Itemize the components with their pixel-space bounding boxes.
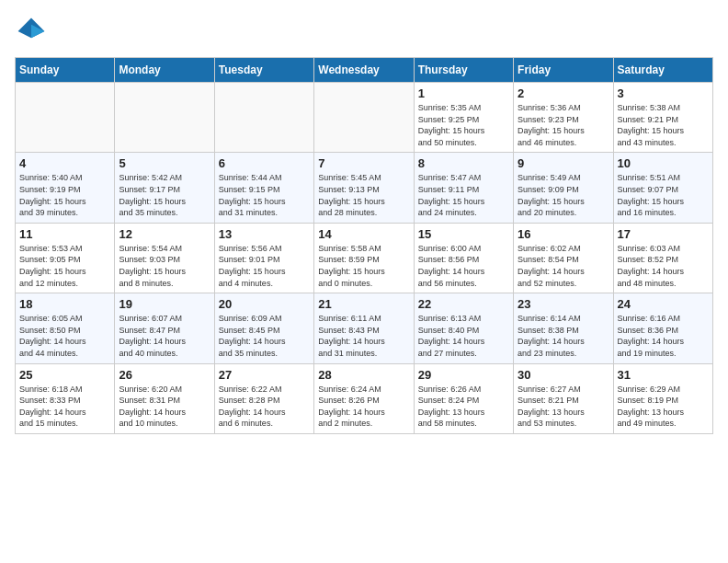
calendar-week-row: 11Sunrise: 5:53 AM Sunset: 9:05 PM Dayli… [16,223,713,293]
day-detail: Sunrise: 6:00 AM Sunset: 8:56 PM Dayligh… [418,243,509,289]
calendar-cell: 4Sunrise: 5:40 AM Sunset: 9:19 PM Daylig… [16,153,115,223]
day-number: 12 [119,227,210,241]
column-header-thursday: Thursday [414,58,513,83]
day-detail: Sunrise: 6:24 AM Sunset: 8:26 PM Dayligh… [318,384,409,430]
day-number: 11 [19,227,110,241]
calendar-cell: 10Sunrise: 5:51 AM Sunset: 9:07 PM Dayli… [613,153,712,223]
calendar-cell: 15Sunrise: 6:00 AM Sunset: 8:56 PM Dayli… [414,223,513,293]
day-detail: Sunrise: 5:38 AM Sunset: 9:21 PM Dayligh… [618,102,709,148]
day-detail: Sunrise: 6:22 AM Sunset: 8:28 PM Dayligh… [219,384,310,430]
day-detail: Sunrise: 6:05 AM Sunset: 8:50 PM Dayligh… [19,313,110,359]
day-number: 1 [418,86,509,100]
day-detail: Sunrise: 5:47 AM Sunset: 9:11 PM Dayligh… [418,172,509,218]
day-number: 8 [418,156,509,170]
day-number: 24 [618,297,709,311]
calendar-cell: 5Sunrise: 5:42 AM Sunset: 9:17 PM Daylig… [115,153,214,223]
day-number: 29 [418,368,509,382]
day-detail: Sunrise: 6:03 AM Sunset: 8:52 PM Dayligh… [618,243,709,289]
day-number: 10 [618,156,709,170]
day-number: 25 [19,368,110,382]
day-number: 9 [518,156,609,170]
calendar-week-row: 1Sunrise: 5:35 AM Sunset: 9:25 PM Daylig… [16,83,713,153]
day-number: 30 [518,368,609,382]
calendar-cell: 24Sunrise: 6:16 AM Sunset: 8:36 PM Dayli… [613,293,712,363]
day-detail: Sunrise: 5:58 AM Sunset: 8:59 PM Dayligh… [318,243,409,289]
column-header-wednesday: Wednesday [314,58,414,83]
calendar-cell: 19Sunrise: 6:07 AM Sunset: 8:47 PM Dayli… [115,293,214,363]
day-number: 17 [618,227,709,241]
calendar-week-row: 18Sunrise: 6:05 AM Sunset: 8:50 PM Dayli… [16,293,713,363]
day-number: 20 [219,297,310,311]
calendar-cell: 26Sunrise: 6:20 AM Sunset: 8:31 PM Dayli… [115,363,214,433]
calendar-cell: 13Sunrise: 5:56 AM Sunset: 9:01 PM Dayli… [214,223,313,293]
calendar-cell: 28Sunrise: 6:24 AM Sunset: 8:26 PM Dayli… [314,363,414,433]
calendar-cell: 8Sunrise: 5:47 AM Sunset: 9:11 PM Daylig… [414,153,513,223]
calendar-cell: 3Sunrise: 5:38 AM Sunset: 9:21 PM Daylig… [613,83,712,153]
day-number: 26 [119,368,210,382]
calendar-cell: 6Sunrise: 5:44 AM Sunset: 9:15 PM Daylig… [214,153,313,223]
day-number: 13 [219,227,310,241]
day-detail: Sunrise: 5:56 AM Sunset: 9:01 PM Dayligh… [219,243,310,289]
day-detail: Sunrise: 5:42 AM Sunset: 9:17 PM Dayligh… [119,172,210,218]
day-detail: Sunrise: 5:53 AM Sunset: 9:05 PM Dayligh… [19,243,110,289]
calendar-header-row: SundayMondayTuesdayWednesdayThursdayFrid… [16,58,713,83]
day-detail: Sunrise: 6:09 AM Sunset: 8:45 PM Dayligh… [219,313,310,359]
day-number: 5 [119,156,210,170]
calendar-cell: 1Sunrise: 5:35 AM Sunset: 9:25 PM Daylig… [414,83,513,153]
day-detail: Sunrise: 6:11 AM Sunset: 8:43 PM Dayligh… [318,313,409,359]
day-detail: Sunrise: 5:54 AM Sunset: 9:03 PM Dayligh… [119,243,210,289]
calendar-cell: 11Sunrise: 5:53 AM Sunset: 9:05 PM Dayli… [16,223,115,293]
day-number: 23 [518,297,609,311]
calendar-cell [115,83,214,153]
day-number: 15 [418,227,509,241]
day-detail: Sunrise: 5:51 AM Sunset: 9:07 PM Dayligh… [618,172,709,218]
calendar-cell: 16Sunrise: 6:02 AM Sunset: 8:54 PM Dayli… [514,223,613,293]
page-header [15,15,713,48]
calendar-cell: 23Sunrise: 6:14 AM Sunset: 8:38 PM Dayli… [514,293,613,363]
calendar-cell [314,83,414,153]
day-detail: Sunrise: 6:02 AM Sunset: 8:54 PM Dayligh… [518,243,609,289]
calendar-cell: 20Sunrise: 6:09 AM Sunset: 8:45 PM Dayli… [214,293,313,363]
day-detail: Sunrise: 6:16 AM Sunset: 8:36 PM Dayligh… [618,313,709,359]
day-number: 4 [19,156,110,170]
day-number: 14 [318,227,409,241]
column-header-tuesday: Tuesday [214,58,313,83]
day-number: 7 [318,156,409,170]
column-header-sunday: Sunday [16,58,115,83]
calendar-cell: 18Sunrise: 6:05 AM Sunset: 8:50 PM Dayli… [16,293,115,363]
day-number: 16 [518,227,609,241]
calendar-cell: 25Sunrise: 6:18 AM Sunset: 8:33 PM Dayli… [16,363,115,433]
calendar-cell [214,83,313,153]
day-detail: Sunrise: 5:45 AM Sunset: 9:13 PM Dayligh… [318,172,409,218]
day-number: 21 [318,297,409,311]
day-detail: Sunrise: 5:36 AM Sunset: 9:23 PM Dayligh… [518,102,609,148]
calendar-cell: 17Sunrise: 6:03 AM Sunset: 8:52 PM Dayli… [613,223,712,293]
column-header-saturday: Saturday [613,58,712,83]
logo-icon [15,15,48,48]
day-number: 18 [19,297,110,311]
calendar-week-row: 4Sunrise: 5:40 AM Sunset: 9:19 PM Daylig… [16,153,713,223]
day-detail: Sunrise: 6:26 AM Sunset: 8:24 PM Dayligh… [418,384,509,430]
calendar-cell: 2Sunrise: 5:36 AM Sunset: 9:23 PM Daylig… [514,83,613,153]
calendar-cell: 12Sunrise: 5:54 AM Sunset: 9:03 PM Dayli… [115,223,214,293]
day-detail: Sunrise: 5:35 AM Sunset: 9:25 PM Dayligh… [418,102,509,148]
day-number: 28 [318,368,409,382]
calendar-cell: 29Sunrise: 6:26 AM Sunset: 8:24 PM Dayli… [414,363,513,433]
column-header-monday: Monday [115,58,214,83]
calendar-cell [16,83,115,153]
calendar-week-row: 25Sunrise: 6:18 AM Sunset: 8:33 PM Dayli… [16,363,713,433]
calendar-cell: 31Sunrise: 6:29 AM Sunset: 8:19 PM Dayli… [613,363,712,433]
calendar-cell: 7Sunrise: 5:45 AM Sunset: 9:13 PM Daylig… [314,153,414,223]
day-number: 3 [618,86,709,100]
day-detail: Sunrise: 5:49 AM Sunset: 9:09 PM Dayligh… [518,172,609,218]
day-number: 2 [518,86,609,100]
day-detail: Sunrise: 6:29 AM Sunset: 8:19 PM Dayligh… [618,384,709,430]
calendar-cell: 9Sunrise: 5:49 AM Sunset: 9:09 PM Daylig… [514,153,613,223]
day-number: 19 [119,297,210,311]
column-header-friday: Friday [514,58,613,83]
logo [15,15,51,48]
day-detail: Sunrise: 6:14 AM Sunset: 8:38 PM Dayligh… [518,313,609,359]
calendar-cell: 30Sunrise: 6:27 AM Sunset: 8:21 PM Dayli… [514,363,613,433]
day-detail: Sunrise: 6:27 AM Sunset: 8:21 PM Dayligh… [518,384,609,430]
day-number: 27 [219,368,310,382]
